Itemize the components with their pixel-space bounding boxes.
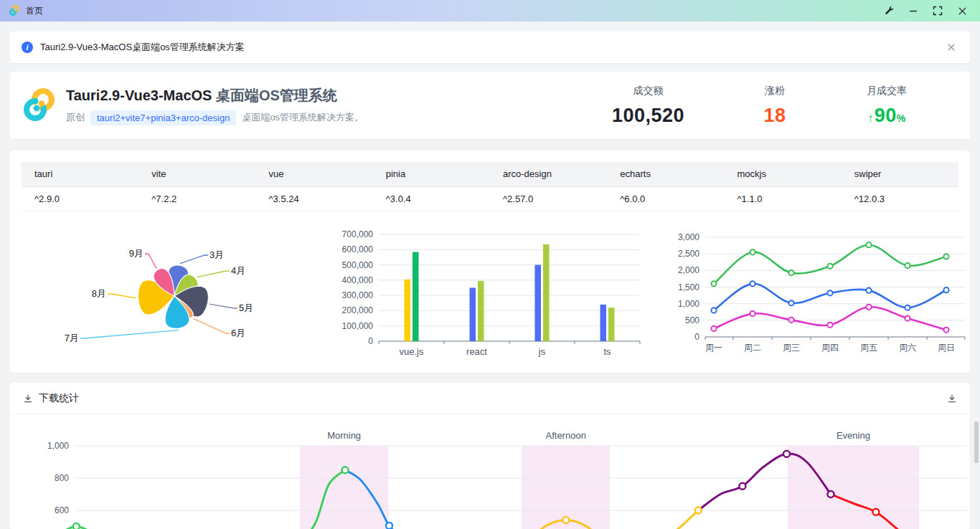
svg-text:Evening: Evening — [837, 430, 870, 441]
wrench-icon — [884, 6, 894, 16]
svg-text:400,000: 400,000 — [342, 275, 374, 285]
stat-fans-up: 涨粉18 — [753, 85, 796, 127]
download-stats-title: 下载统计 — [39, 392, 79, 405]
minimize-button[interactable] — [901, 1, 925, 20]
tools-wrench-button[interactable] — [877, 1, 901, 20]
export-download-button[interactable] — [947, 394, 957, 404]
tech-stack-tag[interactable]: tauri2+vite7+pinia3+arco-design — [90, 110, 236, 125]
table-cell: ^12.0.3 — [842, 186, 958, 211]
svg-text:600,000: 600,000 — [342, 244, 374, 254]
table-cell: ^7.2.2 — [138, 186, 255, 211]
months-rose-pie-chart[interactable]: 3月4月5月6月7月8月9月 — [22, 222, 308, 366]
svg-text:2,000: 2,000 — [678, 265, 699, 275]
svg-text:react: react — [466, 346, 487, 357]
svg-text:0: 0 — [368, 336, 373, 346]
svg-text:2,500: 2,500 — [678, 249, 699, 259]
stat-value: 18 — [753, 105, 796, 127]
download-stats-card: 下载统计 MorningAfternoonEvening1,000800600 — [10, 383, 970, 529]
hero-stats: 成交额100,520涨粉18月成交率↑90% — [612, 85, 958, 127]
weekday-line-chart[interactable]: 05001,0001,5002,0002,5003,000周一周二周三周四周五周… — [660, 222, 969, 366]
titlebar: 首页 — [0, 0, 980, 22]
svg-text:700,000: 700,000 — [342, 229, 374, 239]
project-desc: 桌面端os管理系统解决方案。 — [242, 111, 364, 124]
svg-text:周二: 周二 — [744, 343, 761, 353]
close-icon — [947, 43, 956, 52]
svg-text:800: 800 — [55, 473, 69, 483]
table-header-cell: tauri — [22, 162, 138, 186]
app-window: { "titlebar": { "title": "首页" }, "alert"… — [0, 0, 980, 529]
table-header-cell: pinia — [373, 162, 490, 186]
close-icon — [958, 6, 967, 16]
scrollbar-thumb[interactable] — [974, 421, 979, 463]
dependencies-and-charts-card: taurivitevuepiniaarco-designechartsmockj… — [10, 151, 970, 373]
stat-value: 100,520 — [612, 105, 684, 127]
svg-text:8月: 8月 — [92, 288, 106, 299]
project-subtitle: 桌面端OS管理系统 — [212, 87, 336, 103]
tauri-logo — [22, 87, 57, 123]
project-meta: 原创 tauri2+vite7+pinia3+arco-design 桌面端os… — [66, 110, 364, 125]
svg-text:3月: 3月 — [209, 249, 224, 260]
svg-text:300,000: 300,000 — [342, 290, 374, 300]
download-stats-header: 下载统计 — [10, 383, 970, 414]
svg-text:1,000: 1,000 — [678, 299, 699, 309]
project-header-card: Tauri2.9-Vue3-MacOS 桌面端OS管理系统 原创 tauri2+… — [10, 72, 970, 139]
dependencies-table: taurivitevuepiniaarco-designechartsmockj… — [22, 162, 958, 211]
stat-label: 涨粉 — [753, 85, 796, 97]
table-header-cell: swiper — [842, 162, 958, 186]
project-title: Tauri2.9-Vue3-MacOS 桌面端OS管理系统 — [66, 86, 364, 105]
notice-banner: Tauri2.9-Vue3-MacOS桌面端os管理系统解决方案 — [10, 32, 970, 63]
svg-text:500: 500 — [685, 315, 699, 325]
svg-text:周三: 周三 — [783, 343, 800, 353]
info-icon — [22, 42, 33, 53]
stat-label: 成交额 — [612, 85, 684, 97]
fullscreen-icon — [933, 6, 943, 16]
svg-text:js: js — [538, 346, 546, 357]
table-header-cell: mockjs — [725, 162, 842, 186]
banner-close-button[interactable] — [944, 40, 958, 54]
download-icon — [23, 394, 33, 404]
minimize-icon — [908, 6, 918, 16]
svg-text:100,000: 100,000 — [342, 321, 374, 331]
svg-text:周四: 周四 — [821, 343, 839, 353]
svg-text:9月: 9月 — [129, 248, 143, 259]
svg-text:周五: 周五 — [860, 343, 877, 353]
titlebar-title: 首页 — [26, 5, 43, 17]
stat-value: ↑90% — [865, 105, 908, 127]
table-header-cell: vue — [256, 162, 373, 186]
svg-text:vue.js: vue.js — [400, 346, 424, 357]
origin-badge: 原创 — [66, 111, 85, 124]
table-header-cell: echarts — [607, 162, 724, 186]
table-cell: ^2.57.0 — [490, 186, 607, 211]
frameworks-bar-chart[interactable]: 0100,000200,000300,000400,000500,000600,… — [316, 222, 653, 366]
svg-text:Morning: Morning — [327, 430, 361, 441]
project-title-block: Tauri2.9-Vue3-MacOS 桌面端OS管理系统 原创 tauri2+… — [66, 86, 364, 125]
svg-text:1,500: 1,500 — [678, 282, 699, 292]
fullscreen-button[interactable] — [925, 1, 950, 20]
stat-label: 月成交率 — [865, 85, 908, 97]
table-cell: ^3.0.4 — [373, 186, 490, 211]
svg-text:0: 0 — [694, 332, 699, 342]
svg-text:周六: 周六 — [899, 343, 916, 353]
up-arrow-icon: ↑ — [867, 112, 874, 124]
download-line-chart[interactable]: MorningAfternoonEvening1,000800600 — [10, 423, 970, 529]
svg-text:600: 600 — [55, 505, 69, 515]
svg-text:6月: 6月 — [231, 328, 245, 338]
svg-text:ts: ts — [603, 346, 611, 357]
table-cell: ^2.9.0 — [22, 186, 138, 211]
svg-text:3,000: 3,000 — [678, 232, 699, 242]
svg-text:200,000: 200,000 — [342, 305, 374, 315]
svg-text:Afternoon: Afternoon — [546, 430, 586, 441]
stat-deal-amount: 成交额100,520 — [612, 85, 684, 127]
table-header-cell: vite — [138, 162, 255, 186]
svg-text:周一: 周一 — [705, 343, 722, 353]
table-head: taurivitevuepiniaarco-designechartsmockj… — [22, 162, 958, 186]
notice-text: Tauri2.9-Vue3-MacOS桌面端os管理系统解决方案 — [40, 41, 245, 54]
svg-text:1,000: 1,000 — [47, 441, 69, 451]
close-button[interactable] — [950, 1, 974, 20]
stat-suffix: % — [897, 113, 906, 124]
svg-text:7月: 7月 — [65, 333, 79, 343]
download-icon — [947, 394, 957, 404]
svg-text:周日: 周日 — [938, 343, 955, 353]
table-header-row: taurivitevuepiniaarco-designechartsmockj… — [22, 162, 958, 186]
svg-text:500,000: 500,000 — [342, 260, 374, 270]
